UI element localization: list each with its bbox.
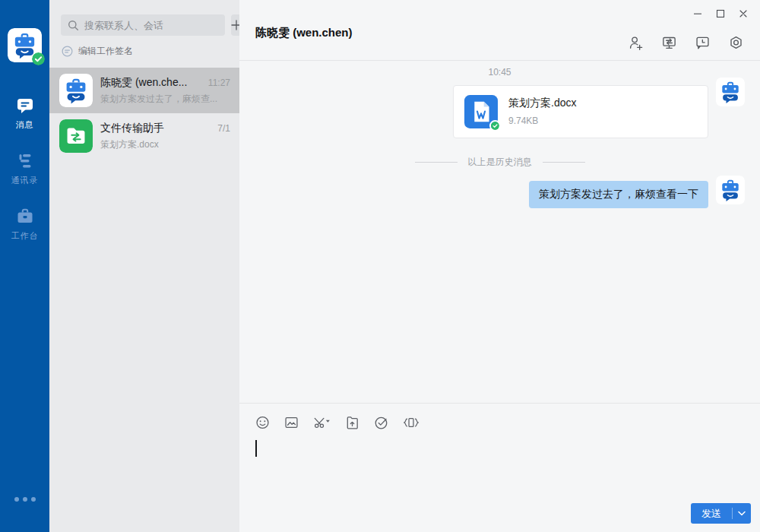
chat-preview: 策划方案.docx	[100, 138, 230, 151]
window-controls	[686, 4, 755, 24]
sender-avatar[interactable]	[716, 176, 745, 204]
emoji-icon[interactable]	[255, 414, 271, 431]
nav-rail: 消息 通讯录 工作台	[0, 0, 49, 532]
nav-item-messages[interactable]: 消息	[15, 96, 35, 131]
search-box[interactable]	[61, 14, 225, 36]
maximize-icon	[716, 9, 725, 18]
send-area: 发送	[691, 503, 751, 524]
history-divider-label: 以上是历史消息	[468, 156, 532, 169]
add-member-icon[interactable]	[628, 34, 644, 51]
nav-label-contacts: 通讯录	[11, 175, 39, 186]
more-menu-button[interactable]	[14, 497, 36, 502]
send-button[interactable]: 发送	[691, 507, 732, 521]
text-message-row: 策划方案发过去了，麻烦查看一下	[255, 176, 745, 208]
send-button-group: 发送	[691, 503, 751, 524]
signature-bubble-icon	[62, 46, 73, 57]
header-icons	[628, 34, 744, 51]
composer: 发送	[239, 403, 760, 532]
chat-title: 陈晓雯 (wen.chen)	[255, 26, 353, 40]
chat-avatar	[59, 74, 93, 107]
sent-check-badge-icon	[489, 120, 501, 131]
screen-share-icon[interactable]	[661, 34, 677, 51]
online-check-badge-icon	[32, 52, 45, 65]
contacts-icon	[15, 151, 35, 171]
todo-check-icon[interactable]	[373, 414, 389, 431]
file-name: 策划方案.docx	[508, 97, 576, 110]
minimize-icon	[693, 9, 702, 18]
chat-item-file-transfer[interactable]: 文件传输助手 7/1 策划方案.docx	[49, 113, 239, 159]
chat-header: 陈晓雯 (wen.chen)	[239, 0, 760, 61]
nav-item-workbench[interactable]: 工作台	[11, 207, 39, 242]
file-icon-wrap	[464, 95, 498, 128]
message-input[interactable]	[255, 440, 745, 493]
file-transfer-avatar-icon	[59, 119, 93, 153]
chat-list-panel: 编辑工作签名 陈晓雯 (wen.che... 11:27 策划方	[49, 0, 239, 532]
composer-toolbar	[255, 404, 745, 431]
file-message-row: 策划方案.docx 9.74KB	[255, 78, 745, 138]
file-message-card[interactable]: 策划方案.docx 9.74KB	[453, 85, 708, 138]
edit-signature-button[interactable]: 编辑工作签名	[62, 45, 239, 58]
search-icon	[68, 20, 79, 31]
chat-info: 陈晓雯 (wen.che... 11:27 策划方案发过去了，麻烦查...	[100, 76, 230, 106]
chat-time: 7/1	[217, 123, 230, 134]
search-row	[61, 14, 232, 36]
wecom-robot-avatar-icon	[716, 176, 745, 204]
workbench-icon	[15, 207, 35, 226]
chevron-down-icon	[738, 511, 746, 516]
divider-line	[543, 162, 585, 163]
chat-avatar	[59, 119, 93, 153]
nav-label-messages: 消息	[16, 119, 34, 131]
settings-icon[interactable]	[728, 34, 744, 51]
sender-avatar[interactable]	[716, 78, 745, 106]
maximize-button[interactable]	[709, 4, 732, 24]
wecom-robot-avatar-icon	[716, 78, 745, 106]
chat-time: 11:27	[208, 78, 230, 88]
image-icon[interactable]	[283, 414, 299, 431]
search-input[interactable]	[84, 20, 218, 31]
file-upload-icon[interactable]	[344, 414, 360, 431]
history-divider: 以上是历史消息	[255, 156, 745, 169]
message-timestamp: 10:45	[255, 67, 745, 78]
nav-label-workbench: 工作台	[11, 230, 39, 242]
chat-preview: 策划方案发过去了，麻烦查...	[100, 93, 230, 106]
chat-name: 陈晓雯 (wen.che...	[100, 76, 204, 90]
send-options-button[interactable]	[733, 503, 751, 524]
chat-info: 文件传输助手 7/1 策划方案.docx	[100, 122, 230, 151]
file-size: 9.74KB	[508, 116, 576, 126]
chat-history-icon[interactable]	[695, 34, 711, 51]
nav-item-contacts[interactable]: 通讯录	[11, 151, 39, 186]
message-history[interactable]: 10:45 策划方案.docx	[239, 61, 760, 403]
wecom-robot-avatar-icon	[59, 74, 93, 107]
code-snippet-icon[interactable]	[402, 414, 420, 431]
edit-signature-label: 编辑工作签名	[78, 45, 133, 58]
message-bubble[interactable]: 策划方案发过去了，麻烦查看一下	[529, 181, 708, 208]
more-dots-icon	[14, 497, 19, 502]
chat-panel: 陈晓雯 (wen.chen)	[239, 0, 760, 532]
divider-line	[415, 162, 458, 163]
chat-items: 陈晓雯 (wen.che... 11:27 策划方案发过去了，麻烦查...	[49, 68, 239, 159]
message-icon	[15, 96, 35, 116]
text-cursor	[255, 440, 257, 457]
close-icon	[739, 9, 748, 18]
screenshot-scissors-icon[interactable]	[312, 414, 331, 431]
file-meta: 策划方案.docx 9.74KB	[508, 95, 576, 128]
chat-item-chenxiaowen[interactable]: 陈晓雯 (wen.che... 11:27 策划方案发过去了，麻烦查...	[49, 68, 239, 113]
minimize-button[interactable]	[686, 4, 709, 24]
close-button[interactable]	[732, 4, 755, 24]
chat-name: 文件传输助手	[100, 122, 213, 135]
user-avatar[interactable]	[8, 28, 42, 62]
